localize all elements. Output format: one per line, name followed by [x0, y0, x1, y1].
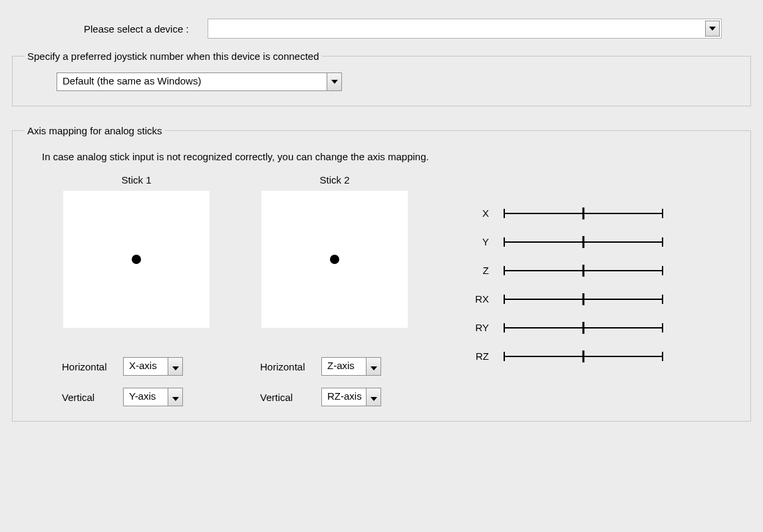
axis-mapping-legend: Axis mapping for analog sticks — [25, 125, 165, 136]
chevron-down-icon — [371, 361, 377, 372]
stick-1-horizontal-label: Horizontal — [62, 361, 107, 372]
stick-2-indicator-dot — [330, 255, 339, 264]
joystick-number-select[interactable]: Default (the same as Windows) — [57, 72, 342, 91]
stick-1-column: Stick 1 Horizontal X-axis Vertical Y-axi… — [57, 174, 216, 406]
slider-rx-handle[interactable] — [583, 293, 585, 305]
slider-row-y: Y — [466, 236, 663, 247]
stick-1-vertical-value: Y-axis — [124, 388, 168, 406]
stick-1-horizontal-select[interactable]: X-axis — [123, 357, 183, 376]
chevron-down-icon — [172, 392, 179, 403]
axis-mapping-group: Axis mapping for analog sticks In case a… — [12, 125, 751, 422]
slider-rx[interactable] — [504, 299, 663, 300]
stick-1-horizontal-dropdown-button[interactable] — [168, 358, 182, 375]
slider-label-rx: RX — [466, 293, 489, 305]
slider-z-handle[interactable] — [583, 265, 585, 277]
stick-2-horizontal-label: Horizontal — [260, 361, 305, 372]
slider-x[interactable] — [504, 213, 663, 214]
joystick-number-value: Default (the same as Windows) — [57, 73, 327, 90]
stick-1-vertical-select[interactable]: Y-axis — [123, 388, 183, 406]
slider-label-z: Z — [466, 265, 489, 276]
chevron-down-icon — [331, 80, 338, 84]
stick-1-visualizer — [63, 191, 210, 328]
chevron-down-icon — [709, 27, 716, 31]
device-select-dropdown-button[interactable] — [705, 21, 720, 37]
joystick-number-dropdown-button[interactable] — [327, 73, 341, 90]
stick-1-vertical-dropdown-button[interactable] — [168, 388, 182, 406]
slider-rz[interactable] — [504, 356, 663, 357]
stick-2-horizontal-value: Z-axis — [322, 358, 366, 375]
chevron-down-icon — [172, 361, 179, 372]
stick-1-horizontal-value: X-axis — [124, 358, 168, 375]
slider-ry[interactable] — [504, 327, 663, 329]
device-label: Please select a device : — [84, 23, 189, 35]
slider-label-x: X — [466, 207, 489, 219]
slider-row-rx: RX — [466, 293, 663, 305]
axis-sliders: X Y Z RX RY RZ — [466, 207, 663, 362]
axis-mapping-description: In case analog stick input is not recogn… — [42, 151, 721, 162]
stick-2-visualizer — [261, 191, 408, 328]
slider-label-y: Y — [466, 236, 489, 247]
stick-2-vertical-label: Vertical — [260, 392, 293, 403]
stick-1-title: Stick 1 — [121, 174, 151, 186]
slider-row-rz: RZ — [466, 350, 663, 362]
stick-2-vertical-value: RZ-axis — [322, 388, 366, 406]
device-select[interactable] — [208, 19, 722, 39]
slider-label-ry: RY — [466, 322, 489, 333]
slider-rz-handle[interactable] — [583, 350, 585, 362]
slider-y-handle[interactable] — [583, 236, 585, 248]
stick-2-title: Stick 2 — [319, 174, 349, 186]
stick-2-vertical-select[interactable]: RZ-axis — [321, 388, 381, 406]
stick-2-column: Stick 2 Horizontal Z-axis Vertical RZ-ax… — [255, 174, 414, 406]
slider-row-x: X — [466, 207, 663, 219]
stick-1-indicator-dot — [132, 255, 141, 264]
slider-z[interactable] — [504, 270, 663, 271]
chevron-down-icon — [371, 392, 377, 403]
slider-x-handle[interactable] — [583, 207, 585, 219]
joystick-number-legend: Specify a preferred joystick number when… — [25, 51, 322, 62]
slider-label-rz: RZ — [466, 350, 489, 362]
joystick-number-group: Specify a preferred joystick number when… — [12, 51, 751, 106]
stick-1-vertical-label: Vertical — [62, 392, 94, 403]
stick-2-horizontal-select[interactable]: Z-axis — [321, 357, 381, 376]
slider-row-ry: RY — [466, 322, 663, 333]
stick-2-vertical-dropdown-button[interactable] — [366, 388, 381, 406]
slider-y[interactable] — [504, 241, 663, 243]
slider-row-z: Z — [466, 265, 663, 276]
stick-2-horizontal-dropdown-button[interactable] — [366, 358, 381, 375]
slider-ry-handle[interactable] — [583, 322, 585, 334]
